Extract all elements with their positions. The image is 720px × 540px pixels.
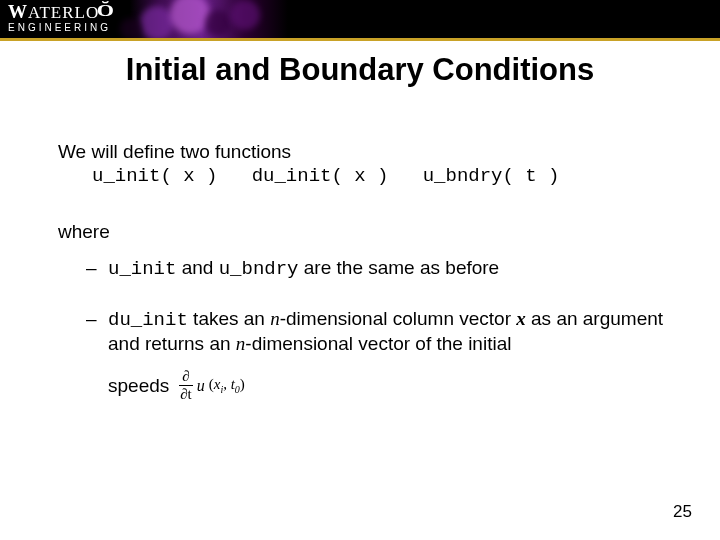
frac-denominator: ∂t (180, 386, 192, 402)
gold-accent-line (0, 38, 720, 41)
waterloo-engineering-logo: WATERLOŎ ENGINEERING (0, 0, 121, 34)
b2-t2: -dimensional column vector (280, 308, 517, 329)
b2-t4: -dimensional vector of the initial (245, 333, 511, 354)
code-u-init: u_init (108, 258, 176, 280)
bullet-item-2: du_init takes an n-dimensional column ve… (86, 307, 668, 402)
code-u-bndry: u_bndry (219, 258, 299, 280)
bullet1-mid: and (176, 257, 218, 278)
speeds-label: speeds (108, 374, 169, 397)
function-signatures: u_init( x ) du_init( x ) u_bndry( t ) (58, 165, 668, 188)
slide-title: Initial and Boundary Conditions (0, 52, 720, 88)
func-du-init: du_init( x ) (252, 165, 389, 187)
eqn-func-u: u (197, 376, 205, 396)
logo-line-2: ENGINEERING (8, 22, 113, 34)
func-u-bndry: u_bndry( t ) (423, 165, 560, 187)
frac-numerator: ∂ (179, 369, 192, 386)
bullet-item-1: u_init and u_bndry are the same as befor… (86, 256, 668, 281)
func-u-init: u_init( x ) (92, 165, 217, 187)
slide: WATERLOŎ ENGINEERING Wave Equation Initi… (0, 0, 720, 540)
intro-text: We will define two functions (58, 140, 668, 163)
speeds-row: speeds ∂ ∂t u (xi, t0) (108, 369, 668, 402)
var-n-2: n (236, 333, 246, 354)
slide-body: We will define two functions u_init( x )… (58, 140, 668, 428)
code-du-init: du_init (108, 309, 188, 331)
slide-topic: Wave Equation (360, 12, 700, 29)
bullet1-post: are the same as before (299, 257, 500, 278)
where-label: where (58, 220, 668, 243)
eqn-args: (xi, t0) (209, 375, 245, 396)
var-n-1: n (270, 308, 280, 329)
bullet-list: u_init and u_bndry are the same as befor… (58, 256, 668, 403)
var-x: x (516, 308, 526, 329)
partial-derivative-eqn: ∂ ∂t u (xi, t0) (179, 369, 245, 402)
page-number: 25 (673, 502, 692, 522)
logo-line-1: WATERLOŎ (8, 3, 113, 21)
b2-t1: takes an (188, 308, 270, 329)
fraction-icon: ∂ ∂t (179, 369, 192, 402)
